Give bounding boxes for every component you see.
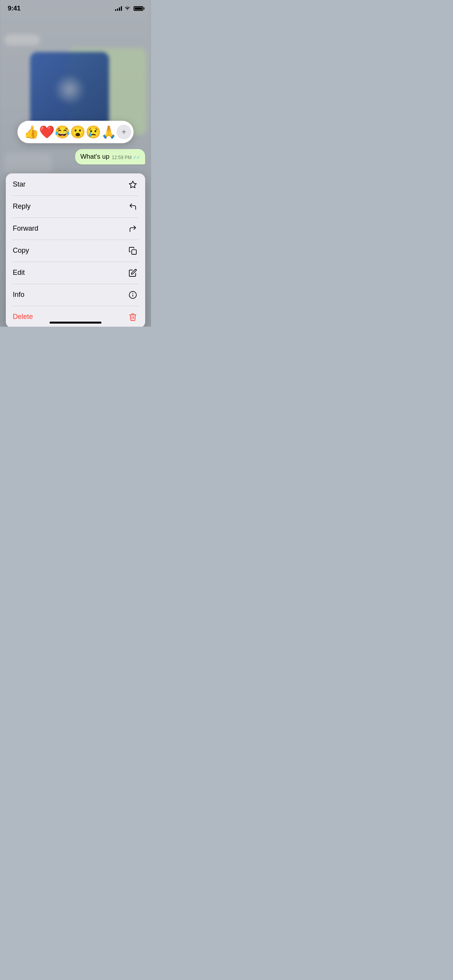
wifi-icon <box>124 5 130 12</box>
menu-item-copy[interactable]: Copy <box>6 240 145 262</box>
edit-icon <box>127 267 138 278</box>
copy-icon <box>127 245 138 256</box>
menu-forward-label: Forward <box>13 224 38 233</box>
menu-item-reply[interactable]: Reply <box>6 195 145 218</box>
context-menu: Star Reply Forward Copy <box>6 173 145 327</box>
menu-item-edit[interactable]: Edit <box>6 262 145 284</box>
reply-icon <box>127 201 138 212</box>
forward-icon <box>127 223 138 234</box>
emoji-pray[interactable]: 🙏 <box>101 126 117 138</box>
menu-item-info[interactable]: Info <box>6 284 145 306</box>
status-bar: 9:41 <box>0 0 151 17</box>
home-indicator <box>50 322 101 324</box>
emoji-heart[interactable]: ❤️ <box>39 126 55 138</box>
sent-message-bubble: What's up 12:59 PM ✓✓ <box>75 149 145 164</box>
star-icon <box>127 179 138 190</box>
menu-info-label: Info <box>13 291 24 299</box>
svg-rect-1 <box>132 250 136 254</box>
menu-copy-label: Copy <box>13 247 29 255</box>
plus-icon: + <box>122 128 126 137</box>
emoji-thumbsup[interactable]: 👍 <box>24 126 39 138</box>
info-icon <box>127 290 138 300</box>
emoji-surprised[interactable]: 😮 <box>70 126 86 138</box>
status-icons <box>115 5 143 12</box>
emoji-more-button[interactable]: + <box>117 125 131 139</box>
menu-item-star[interactable]: Star <box>6 173 145 195</box>
message-text: What's up <box>81 153 110 161</box>
emoji-laughing[interactable]: 😂 <box>55 126 70 138</box>
message-time: 12:59 PM <box>112 155 132 160</box>
signal-icon <box>115 6 122 11</box>
message-meta: 12:59 PM ✓✓ <box>112 154 140 160</box>
menu-item-forward[interactable]: Forward <box>6 218 145 240</box>
menu-delete-label: Delete <box>13 313 33 321</box>
battery-icon <box>134 6 143 11</box>
read-receipt-icon: ✓✓ <box>133 154 140 160</box>
menu-edit-label: Edit <box>13 269 25 277</box>
status-time: 9:41 <box>8 5 21 12</box>
menu-star-label: Star <box>13 180 26 188</box>
svg-marker-0 <box>129 181 136 187</box>
emoji-crying[interactable]: 😢 <box>86 126 101 138</box>
emoji-reaction-bar: 👍 ❤️ 😂 😮 😢 🙏 + <box>17 121 134 143</box>
trash-icon <box>127 312 138 322</box>
menu-reply-label: Reply <box>13 202 31 211</box>
